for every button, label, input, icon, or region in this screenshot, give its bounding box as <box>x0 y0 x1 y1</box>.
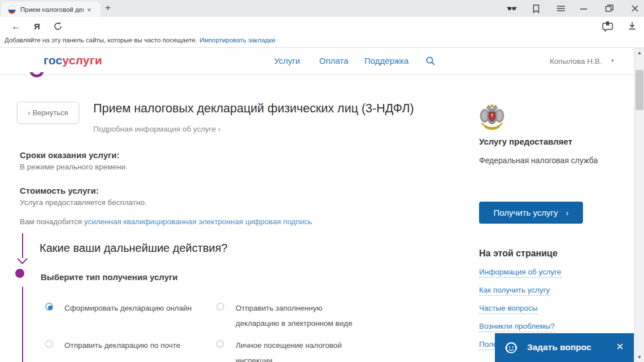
arrow-down-icon <box>17 254 27 264</box>
sidebar-link-how-to-get[interactable]: Как получить услугу <box>479 286 550 296</box>
option-send-by-mail[interactable]: Отправить декларацию по почте <box>45 338 212 353</box>
bookmarks-hint: Добавляйте на эту панель сайты, которые … <box>5 37 275 43</box>
scroll-down-icon[interactable]: ▼ <box>637 355 642 360</box>
yandex-home-button[interactable]: Я <box>34 21 40 31</box>
radio-button[interactable] <box>216 303 224 311</box>
gosuslugi-logo[interactable]: госуслуги <box>43 54 102 67</box>
scroll-up-icon[interactable]: ▲ <box>637 50 642 55</box>
get-service-button[interactable]: Получить услугу› <box>479 202 583 224</box>
sidebar-link-problems[interactable]: Возникли проблемы? <box>479 322 555 332</box>
digital-signature-link[interactable]: усиленная квалифицированная электронная … <box>84 217 312 226</box>
bookmarks-panel-icon[interactable] <box>531 4 541 16</box>
browser-tab[interactable]: Прием налоговой декла × <box>1 2 101 17</box>
next-actions-heading: Какие ваши дальнейшие действия? <box>40 242 228 255</box>
page-title: Прием налоговых деклараций физических ли… <box>93 102 472 116</box>
step-title: Выберите тип получения услуги <box>41 272 178 282</box>
reload-icon[interactable] <box>53 21 63 33</box>
timeline-start-arc <box>28 72 47 80</box>
radio-button[interactable] <box>45 303 53 311</box>
search-icon[interactable] <box>425 56 436 68</box>
app-window: Прием налоговой декла × + ← Я <box>0 0 644 362</box>
menu-icon[interactable] <box>556 4 566 15</box>
chat-label: Задать вопрос <box>527 342 591 352</box>
chat-widget[interactable]: Задать вопрос × <box>495 333 634 362</box>
radio-button[interactable] <box>216 340 224 348</box>
on-this-page-heading: На этой странице <box>479 248 558 259</box>
sidebar-link-service-info[interactable]: Информация об услуге <box>479 268 562 278</box>
requirement-line: Вам понадобится усиленная квалифицирован… <box>20 217 312 226</box>
provider-name: Федеральная налоговая служба <box>479 156 598 165</box>
nav-item-payment[interactable]: Оплата <box>319 56 349 66</box>
nav-item-support[interactable]: Поддержка <box>364 56 408 66</box>
minimize-icon[interactable] <box>578 4 589 15</box>
option-visit-in-person[interactable]: Личное посещение налоговой инспекции <box>216 338 349 362</box>
download-icon[interactable] <box>627 21 637 33</box>
sidebar-link-faq[interactable]: Частые вопросы <box>479 304 538 314</box>
browser-toolbar: ← Я www.gosuslugi.ru Прием налоговой дек… <box>0 17 644 35</box>
russia-flag-favicon-icon <box>8 6 16 14</box>
site-header: госуслуги Услуги Оплата Поддержка Копыло… <box>0 48 634 75</box>
bookmarks-bar: Добавляйте на эту панель сайты, которые … <box>0 35 644 48</box>
timeline-step-marker <box>15 269 24 278</box>
restore-window-icon[interactable] <box>604 4 615 15</box>
back-icon[interactable]: ← <box>11 21 21 32</box>
close-window-icon[interactable] <box>630 4 640 15</box>
chat-close-icon[interactable]: × <box>616 339 624 354</box>
new-tab-button[interactable]: + <box>105 2 111 14</box>
collections-icon[interactable] <box>602 20 614 34</box>
terms-heading: Сроки оказания услуги: <box>20 150 120 160</box>
incognito-glasses-icon[interactable] <box>506 4 517 15</box>
fns-emblem-icon <box>479 103 505 134</box>
page-scrollbar[interactable]: ▲ ▼ <box>634 48 644 362</box>
radio-button[interactable] <box>45 340 53 348</box>
browser-tab-bar: Прием налоговой декла × + <box>0 0 644 17</box>
tab-close-icon[interactable]: × <box>87 6 92 14</box>
user-menu[interactable]: Копылова Н.В. <box>550 57 602 66</box>
import-bookmarks-link[interactable]: Импортировать закладки <box>199 37 275 43</box>
scrollbar-thumb[interactable] <box>636 70 643 110</box>
back-button[interactable]: ‹ Вернуться <box>17 102 79 124</box>
cost-value: Услуга предоставляется бесплатно. <box>20 198 147 207</box>
terms-value: В режиме реального времени. <box>20 163 128 171</box>
option-form-online[interactable]: Сформировать декларацию онлайн <box>45 300 212 316</box>
service-details-link[interactable]: Подробная информация об услуге › <box>93 125 220 133</box>
tab-title: Прием налоговой декла <box>20 6 84 13</box>
chevron-down-icon: ▾ <box>611 58 614 63</box>
headset-smiley-icon <box>503 340 519 358</box>
chevron-right-icon: › <box>566 208 569 217</box>
option-send-electronic[interactable]: Отправить заполненную декларацию в элект… <box>216 300 364 331</box>
cost-heading: Стоимость услуги: <box>20 186 99 195</box>
provider-heading: Услугу предоставляет <box>479 137 572 146</box>
timeline-line <box>22 287 23 362</box>
nav-item-services[interactable]: Услуги <box>274 56 300 66</box>
